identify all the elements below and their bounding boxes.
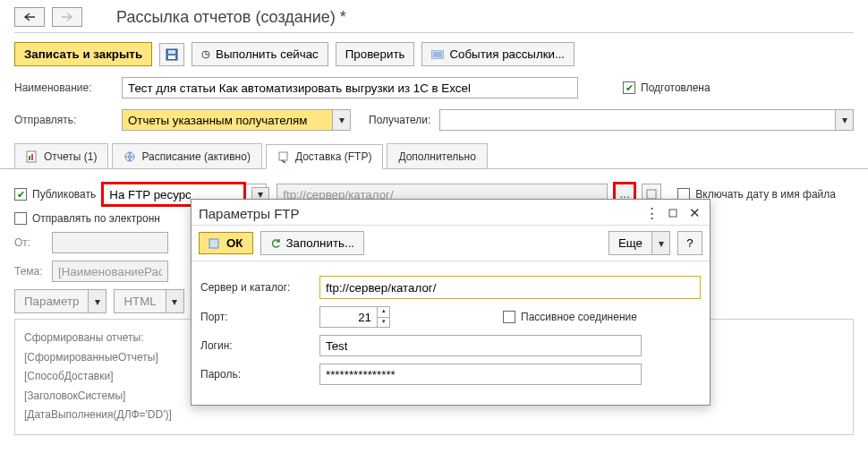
list-icon: [431, 50, 444, 59]
run-now-button[interactable]: Выполнить сейчас: [191, 42, 328, 66]
server-label: Сервер и каталог:: [200, 281, 312, 294]
password-label: Пароль:: [200, 368, 312, 381]
save-icon-button[interactable]: [159, 43, 184, 66]
name-label: Наименование:: [14, 81, 113, 94]
port-spinner[interactable]: ▴▾: [378, 306, 390, 328]
close-icon[interactable]: ✕: [686, 205, 702, 221]
port-label: Порт:: [200, 311, 312, 323]
passive-check[interactable]: ✔Пассивное соединение: [503, 311, 637, 323]
from-label: От:: [14, 236, 45, 249]
tab-reports[interactable]: Отчеты (1): [14, 143, 108, 168]
back-button[interactable]: [14, 7, 45, 27]
recipients-input[interactable]: [439, 109, 836, 131]
forward-button[interactable]: [52, 7, 82, 27]
prepared-check[interactable]: ✔Подготовлена: [623, 81, 711, 94]
send-combo-caret[interactable]: ▾: [333, 109, 351, 131]
help-button[interactable]: ?: [677, 231, 702, 255]
more-button[interactable]: Еще: [608, 231, 652, 255]
svg-rect-15: [209, 239, 218, 248]
html-button[interactable]: HTML: [114, 289, 166, 313]
ok-icon: [208, 238, 221, 249]
svg-rect-1: [168, 56, 175, 59]
page-title: Рассылка отчетов (создание) *: [116, 8, 346, 27]
fill-button[interactable]: Заполнить...: [260, 231, 365, 255]
send-email-check[interactable]: ✔Отправлять по электронн: [14, 212, 160, 225]
record-close-button[interactable]: Записать и закрыть: [14, 42, 152, 66]
play-icon: [201, 49, 210, 60]
ok-button[interactable]: ОК: [199, 232, 253, 254]
globe-icon: [123, 150, 136, 163]
tab-schedule[interactable]: Расписание (активно): [112, 143, 261, 168]
publish-check[interactable]: ✔Публиковать: [14, 188, 96, 201]
name-input[interactable]: [122, 77, 578, 98]
refresh-icon: [270, 238, 281, 249]
events-button[interactable]: События рассылки...: [421, 42, 574, 66]
server-input[interactable]: [319, 276, 701, 299]
svg-rect-12: [279, 152, 287, 160]
delivery-icon: [277, 150, 290, 163]
html-caret[interactable]: ▾: [166, 289, 184, 313]
svg-rect-14: [669, 210, 677, 217]
report-icon: [26, 150, 38, 163]
svg-rect-2: [168, 50, 175, 54]
ftp-dialog-title: Параметры FTP: [199, 206, 299, 221]
svg-rect-13: [647, 190, 656, 199]
subject-label: Тема:: [14, 265, 45, 278]
ftp-dialog: Параметры FTP ⋮ ✕ ОК Заполнить... Еще▾ ?…: [191, 199, 711, 406]
from-input[interactable]: [52, 232, 168, 253]
check-button[interactable]: Проверить: [336, 42, 415, 66]
tab-extra[interactable]: Дополнительно: [387, 143, 487, 168]
svg-rect-9: [29, 156, 30, 160]
login-label: Логин:: [200, 339, 312, 352]
param-button[interactable]: Параметр: [14, 289, 89, 313]
send-combo[interactable]: [122, 109, 333, 131]
tab-delivery[interactable]: Доставка (FTP): [266, 144, 384, 169]
more-caret[interactable]: ▾: [652, 231, 670, 255]
menu-icon[interactable]: ⋮: [643, 205, 660, 221]
send-label: Отправлять:: [14, 114, 113, 126]
port-input[interactable]: [319, 306, 378, 328]
recipients-label: Получатели:: [369, 114, 430, 126]
subject-input[interactable]: [52, 261, 168, 282]
param-caret[interactable]: ▾: [89, 289, 106, 313]
recipients-caret[interactable]: ▾: [836, 109, 854, 131]
login-input[interactable]: [319, 335, 642, 356]
maximize-icon[interactable]: [665, 205, 681, 221]
svg-rect-10: [31, 154, 33, 160]
password-input[interactable]: [319, 364, 642, 385]
